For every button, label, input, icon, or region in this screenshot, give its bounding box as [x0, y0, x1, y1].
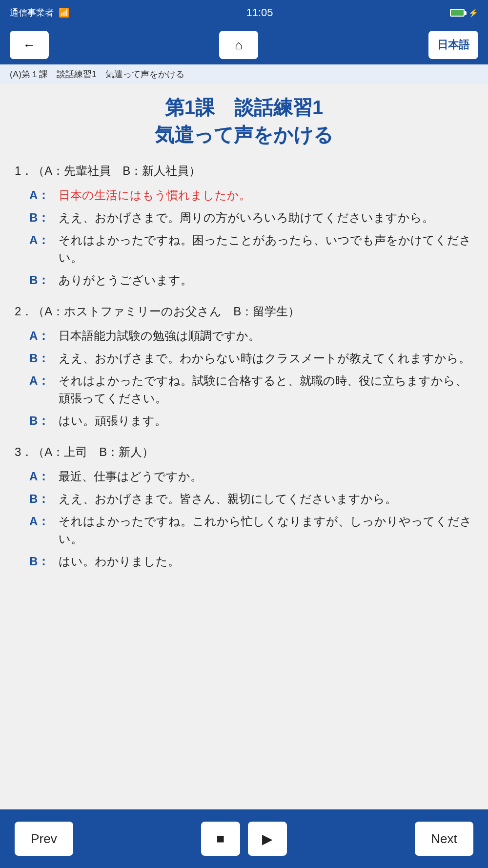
- dialogue-line: A： 最近、仕事はどうですか。: [29, 468, 473, 485]
- section-2: 2．（A：ホストファミリーのお父さん B：留学生） A： 日本語能力試験の勉強は…: [15, 304, 473, 430]
- back-button[interactable]: ←: [10, 31, 49, 59]
- section-3-dialogue: A： 最近、仕事はどうですか。 B： ええ、おかげさまで。皆さん、親切にしてくだ…: [15, 468, 473, 570]
- dialogue-line: B： はい。頑張ります。: [29, 412, 473, 430]
- section-1: 1．（A：先輩社員 B：新人社員） A： 日本の生活にはもう慣れましたか。 B：…: [15, 163, 473, 289]
- speaker-label: B：: [29, 553, 59, 570]
- speaker-label: A：: [29, 372, 59, 407]
- wifi-icon: 📶: [59, 7, 69, 18]
- utterance-text: ええ、おかげさまで。皆さん、親切にしてくださいますから。: [59, 490, 473, 508]
- dialogue-line: A： 日本の生活にはもう慣れましたか。: [29, 186, 473, 204]
- utterance-text: 日本語能力試験の勉強は順調ですか。: [59, 327, 473, 345]
- bolt-icon: ⚡: [468, 8, 478, 18]
- dialogue-line: B： ええ、おかげさまで。わからない時はクラスメートが教えてくれますから。: [29, 350, 473, 367]
- speaker-label: A：: [29, 327, 59, 345]
- dialogue-line: B： ええ、おかげさまで。皆さん、親切にしてくださいますから。: [29, 490, 473, 508]
- carrier-label: 通信事業者: [10, 7, 54, 19]
- status-bar: 通信事業者 📶 11:05 ⚡: [0, 0, 488, 25]
- utterance-text: それはよかったですね。試験に合格すると、就職の時、役に立ちますから、頑張ってくだ…: [59, 372, 473, 407]
- media-controls: ■ ▶: [201, 822, 287, 856]
- speaker-label: A：: [29, 231, 59, 267]
- home-button[interactable]: ⌂: [219, 31, 258, 59]
- speaker-label: B：: [29, 209, 59, 227]
- section-1-dialogue: A： 日本の生活にはもう慣れましたか。 B： ええ、おかげさまで。周りの方がいろ…: [15, 186, 473, 289]
- time-label: 11:05: [246, 6, 273, 19]
- dialogue-line: A： 日本語能力試験の勉強は順調ですか。: [29, 327, 473, 345]
- speaker-label: B：: [29, 490, 59, 508]
- speaker-label: A：: [29, 468, 59, 485]
- section-1-header: 1．（A：先輩社員 B：新人社員）: [15, 163, 473, 179]
- utterance-text: ありがとうございます。: [59, 271, 473, 289]
- utterance-text: ええ、おかげさまで。周りの方がいろいろ助けてくださいますから。: [59, 209, 473, 227]
- dialogue-line: A： それはよかったですね。試験に合格すると、就職の時、役に立ちますから、頑張っ…: [29, 372, 473, 407]
- title-line1: 第1課 談話練習1: [165, 97, 324, 118]
- dialogue-line: A： それはよかったですね。これから忙しくなりますが、しっかりやってください。: [29, 513, 473, 548]
- play-button[interactable]: ▶: [248, 822, 287, 856]
- speaker-label: B：: [29, 350, 59, 367]
- battery-icon: [450, 9, 465, 17]
- breadcrumb: (A)第１課 談話練習1 気遣って声をかける: [0, 64, 488, 84]
- prev-button[interactable]: Prev: [15, 822, 73, 856]
- dialogue-line: B： ありがとうございます。: [29, 271, 473, 289]
- speaker-label: A：: [29, 513, 59, 548]
- utterance-text: それはよかったですね。これから忙しくなりますが、しっかりやってください。: [59, 513, 473, 548]
- section-3-header: 3．（A：上司 B：新人）: [15, 444, 473, 460]
- section-2-dialogue: A： 日本語能力試験の勉強は順調ですか。 B： ええ、おかげさまで。わからない時…: [15, 327, 473, 430]
- utterance-text: それはよかったですね。困ったことがあったら、いつでも声をかけてください。: [59, 231, 473, 267]
- speaker-label: B：: [29, 412, 59, 430]
- utterance-text: ええ、おかげさまで。わからない時はクラスメートが教えてくれますから。: [59, 350, 473, 367]
- speaker-label: B：: [29, 271, 59, 289]
- section-3: 3．（A：上司 B：新人） A： 最近、仕事はどうですか。 B： ええ、おかげさ…: [15, 444, 473, 570]
- status-right: ⚡: [450, 8, 478, 18]
- language-button[interactable]: 日本語: [428, 31, 478, 59]
- bottom-bar: Prev ■ ▶ Next: [0, 809, 488, 868]
- stop-button[interactable]: ■: [201, 822, 240, 856]
- title-line2: 気遣って声をかける: [155, 124, 333, 145]
- utterance-text: 日本の生活にはもう慣れましたか。: [59, 186, 473, 204]
- next-button[interactable]: Next: [415, 822, 473, 856]
- status-left: 通信事業者 📶: [10, 7, 69, 19]
- nav-bar: ← ⌂ 日本語: [0, 25, 488, 64]
- dialogue-line: B： はい。わかりました。: [29, 553, 473, 570]
- utterance-text: 最近、仕事はどうですか。: [59, 468, 473, 485]
- speaker-label: A：: [29, 186, 59, 204]
- utterance-text: はい。頑張ります。: [59, 412, 473, 430]
- dialogue-line: A： それはよかったですね。困ったことがあったら、いつでも声をかけてください。: [29, 231, 473, 267]
- utterance-text: はい。わかりました。: [59, 553, 473, 570]
- section-2-header: 2．（A：ホストファミリーのお父さん B：留学生）: [15, 304, 473, 319]
- page-title: 第1課 談話練習1 気遣って声をかける: [15, 94, 473, 148]
- dialogue-line: B： ええ、おかげさまで。周りの方がいろいろ助けてくださいますから。: [29, 209, 473, 227]
- main-content: 第1課 談話練習1 気遣って声をかける 1．（A：先輩社員 B：新人社員） A：…: [0, 84, 488, 809]
